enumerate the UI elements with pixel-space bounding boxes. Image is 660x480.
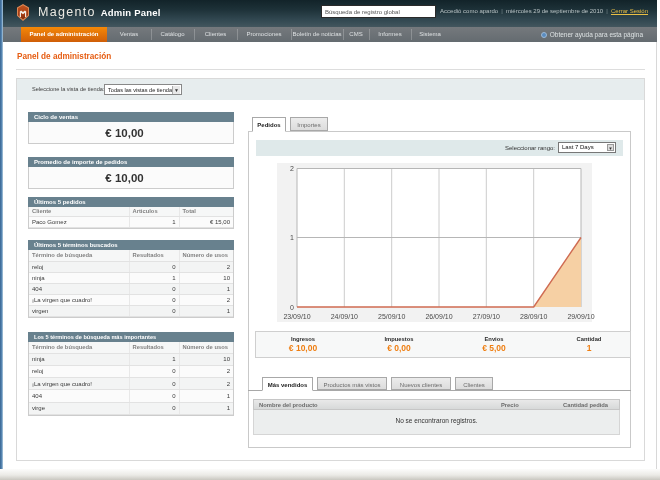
svg-text:24/09/10: 24/09/10 — [331, 313, 358, 320]
svg-text:29/09/10: 29/09/10 — [567, 313, 594, 320]
svg-text:23/09/10: 23/09/10 — [283, 313, 310, 320]
svg-text:26/09/10: 26/09/10 — [425, 313, 452, 320]
svg-text:27/09/10: 27/09/10 — [473, 313, 500, 320]
svg-text:1: 1 — [290, 234, 294, 241]
svg-text:0: 0 — [290, 304, 294, 311]
svg-text:2: 2 — [290, 165, 294, 172]
svg-text:25/09/10: 25/09/10 — [378, 313, 405, 320]
svg-text:28/09/10: 28/09/10 — [520, 313, 547, 320]
